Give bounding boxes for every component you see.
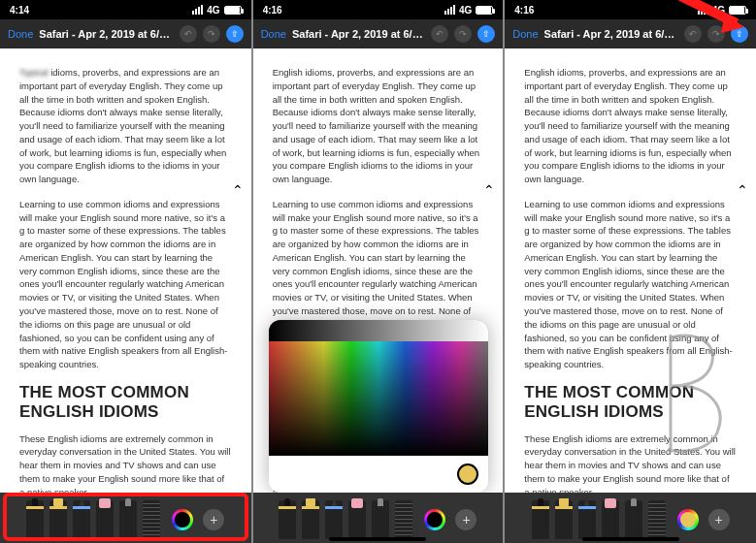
markup-header: Done Safari - Apr 2, 2019 at 6/0... ↶ ↷ … — [253, 19, 504, 48]
network-label: 4G — [712, 5, 725, 16]
color-picker-button[interactable] — [172, 509, 193, 530]
scroll-up-icon[interactable]: ⌃ — [737, 180, 748, 200]
selected-color-preview[interactable] — [457, 463, 478, 485]
scroll-up-icon[interactable]: ⌃ — [232, 180, 244, 200]
markup-toolbar: + — [0, 493, 251, 543]
share-button[interactable]: ⇧ — [731, 25, 748, 43]
pen-tool[interactable] — [26, 500, 44, 539]
clock: 4:16 — [263, 5, 282, 16]
status-bar: 4:14 4G — [0, 0, 251, 19]
add-tool-button[interactable]: + — [203, 509, 224, 530]
clock: 4:14 — [10, 5, 29, 16]
color-grid[interactable] — [269, 320, 488, 456]
add-tool-button[interactable]: + — [455, 509, 477, 530]
home-indicator[interactable] — [582, 537, 679, 541]
done-button[interactable]: Done — [261, 28, 286, 40]
lead-word: English — [273, 67, 303, 78]
signal-icon — [192, 5, 203, 15]
section-heading: THE MOST COMMON ENGLISH IDIOMS — [19, 383, 232, 423]
signal-icon — [698, 5, 708, 15]
redo-button[interactable]: ↷ — [203, 25, 220, 43]
screenshot-3: 4:16 4G Done Safari - Apr 2, 2019 at 6/0… — [504, 0, 756, 543]
document-title: Safari - Apr 2, 2019 at 6/0... — [39, 28, 173, 40]
screenshot-1: 4:14 4G Done Safari - Apr 2, 2019 at 6/0… — [0, 0, 252, 543]
color-picker-button[interactable] — [677, 509, 699, 530]
marker-tool[interactable] — [49, 500, 67, 539]
undo-button[interactable]: ↶ — [684, 25, 702, 43]
color-picker-popup[interactable] — [269, 320, 488, 493]
undo-button[interactable]: ↶ — [180, 25, 197, 43]
document-body[interactable]: Typical idioms, proverbs, and expression… — [0, 48, 251, 493]
markup-header: Done Safari - Apr 2, 2019 at 6/0... ↶ ↷ … — [0, 19, 251, 48]
home-indicator[interactable] — [329, 537, 426, 541]
redo-button[interactable]: ↷ — [454, 25, 472, 43]
document-title: Safari - Apr 2, 2019 at 6/0... — [544, 28, 678, 40]
ruler-tool[interactable] — [648, 500, 666, 539]
lasso-tool[interactable] — [372, 500, 389, 539]
eraser-tool[interactable] — [96, 500, 114, 539]
ruler-tool[interactable] — [143, 500, 160, 539]
redo-button[interactable]: ↷ — [707, 25, 725, 43]
network-label: 4G — [459, 5, 472, 16]
share-button[interactable]: ⇧ — [226, 25, 244, 43]
done-button[interactable]: Done — [512, 28, 538, 40]
signal-icon — [444, 5, 455, 15]
eraser-tool[interactable] — [348, 500, 366, 539]
eraser-tool[interactable] — [602, 500, 619, 539]
scroll-up-icon[interactable]: ⌃ — [483, 180, 495, 200]
status-bar: 4:16 4G — [505, 0, 756, 19]
markup-toolbar: + — [505, 493, 756, 543]
battery-icon — [729, 6, 746, 15]
battery-icon — [224, 6, 242, 15]
markup-toolbar: + — [253, 493, 504, 543]
document-title: Safari - Apr 2, 2019 at 6/0... — [292, 28, 425, 40]
share-button[interactable]: ⇧ — [477, 25, 495, 43]
blurred-word: Typical — [19, 66, 49, 80]
markup-header: Done Safari - Apr 2, 2019 at 6/0... ↶ ↷ … — [505, 19, 756, 48]
add-tool-button[interactable]: + — [708, 509, 730, 530]
pen-tool[interactable] — [532, 500, 549, 539]
network-label: 4G — [207, 5, 219, 16]
marker-tool[interactable] — [555, 500, 573, 539]
document-body[interactable]: English idioms, proverbs, and expression… — [505, 48, 756, 493]
pencil-tool[interactable] — [73, 500, 90, 539]
lasso-tool[interactable] — [119, 500, 137, 539]
pencil-tool[interactable] — [578, 500, 596, 539]
screenshot-2: 4:16 4G Done Safari - Apr 2, 2019 at 6/0… — [252, 0, 505, 543]
marker-tool[interactable] — [302, 500, 319, 539]
done-button[interactable]: Done — [8, 28, 33, 40]
status-bar: 4:16 4G — [253, 0, 504, 19]
pen-tool[interactable] — [279, 500, 296, 539]
pencil-tool[interactable] — [325, 500, 343, 539]
battery-icon — [476, 6, 493, 15]
lead-word: English — [524, 67, 554, 78]
ruler-tool[interactable] — [395, 500, 412, 539]
clock: 4:16 — [514, 5, 534, 16]
undo-button[interactable]: ↶ — [431, 25, 448, 43]
section-heading: THE MOST COMMON ENGLISH IDIOMS — [524, 383, 737, 423]
color-picker-button[interactable] — [424, 509, 445, 530]
lasso-tool[interactable] — [625, 500, 642, 539]
